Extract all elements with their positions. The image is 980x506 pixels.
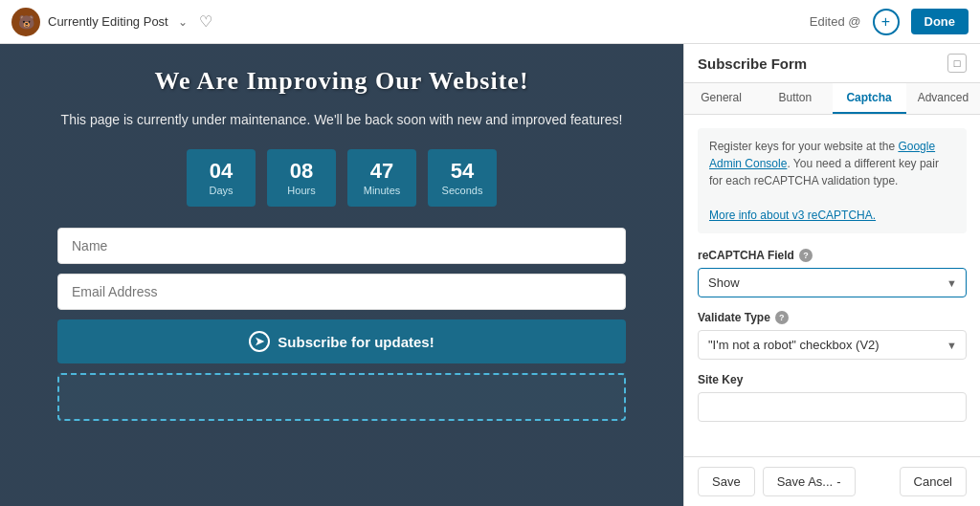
countdown-seconds: 54 Seconds (428, 149, 497, 207)
main-area: We Are Improving Our Website! This page … (0, 44, 980, 506)
countdown-minutes: 47 Minutes (347, 149, 416, 207)
panel-header: Subscribe Form □ (684, 44, 980, 83)
info-text-1: Register keys for your website at the (709, 140, 898, 153)
email-input[interactable] (57, 274, 626, 310)
edited-status: Edited @ (810, 14, 861, 29)
validate-type-select-wrapper: "I'm not a robot" checkbox (V2)Invisible… (698, 330, 967, 360)
days-label: Days (209, 185, 233, 196)
info-box: Register keys for your website at the Go… (698, 128, 967, 233)
page-subtitle: This page is currently under maintenance… (61, 109, 623, 130)
seconds-value: 54 (451, 161, 474, 182)
cancel-button[interactable]: Cancel (900, 467, 967, 496)
canvas-content: We Are Improving Our Website! This page … (0, 44, 683, 506)
tab-captcha[interactable]: Captcha (833, 83, 906, 114)
canvas-area: We Are Improving Our Website! This page … (0, 44, 683, 506)
countdown-days: 04 Days (187, 149, 256, 207)
minutes-value: 47 (370, 161, 393, 182)
logo-emoji: 🐻 (18, 14, 34, 30)
add-button[interactable]: + (873, 9, 900, 35)
right-panel: Subscribe Form □ General Button Captcha … (683, 44, 980, 506)
name-input[interactable] (57, 228, 626, 264)
seconds-label: Seconds (442, 185, 483, 196)
arrow-circle-icon: ➤ (249, 331, 270, 352)
validate-type-select[interactable]: "I'm not a robot" checkbox (V2)Invisible… (698, 330, 967, 360)
recaptcha-select-wrapper: ShowHide ▼ (698, 268, 967, 297)
site-key-label: Site Key (698, 373, 967, 386)
chevron-down-icon[interactable]: ⌄ (178, 15, 188, 29)
recaptcha-select[interactable]: ShowHide (698, 268, 967, 297)
bell-icon[interactable]: ♡ (199, 12, 212, 31)
panel-body: Register keys for your website at the Go… (684, 115, 980, 456)
footer-drop-zone (57, 373, 626, 421)
tab-general[interactable]: General (684, 83, 758, 114)
recaptcha-help-icon[interactable]: ? (799, 249, 813, 262)
topbar: 🐻 Currently Editing Post ⌄ ♡ Edited @ + … (0, 0, 980, 44)
subscribe-button[interactable]: ➤ Subscribe for updates! (57, 319, 626, 363)
save-as-button[interactable]: Save As... - (763, 467, 856, 496)
page-headline: We Are Improving Our Website! (154, 67, 528, 96)
validate-help-icon[interactable]: ? (775, 311, 789, 324)
recaptcha-v3-link[interactable]: More info about v3 reCAPTCHA. (709, 209, 876, 222)
tab-button[interactable]: Button (758, 83, 832, 114)
days-value: 04 (210, 161, 233, 182)
save-button[interactable]: Save (698, 467, 755, 496)
save-as-dash: - (836, 474, 840, 489)
panel-title: Subscribe Form (698, 55, 807, 72)
recaptcha-field-label: reCAPTCHA Field ? (698, 249, 967, 262)
subscribe-label: Subscribe for updates! (278, 334, 434, 350)
hours-value: 08 (290, 161, 313, 182)
countdown-timer: 04 Days 08 Hours 47 Minutes 54 Seconds (187, 149, 497, 207)
save-as-label: Save As... (777, 474, 834, 489)
panel-collapse-button[interactable]: □ (947, 54, 967, 73)
validate-type-label: Validate Type ? (698, 311, 967, 324)
done-button[interactable]: Done (911, 9, 969, 34)
topbar-right: Edited @ + Done (810, 9, 969, 35)
hours-label: Hours (287, 185, 315, 196)
site-logo: 🐻 (11, 8, 40, 36)
minutes-label: Minutes (364, 185, 401, 196)
panel-footer: Save Save As... - Cancel (684, 456, 980, 506)
editing-post-title: Currently Editing Post (48, 14, 168, 29)
countdown-hours: 08 Hours (267, 149, 336, 207)
panel-tabs: General Button Captcha Advanced (684, 83, 980, 115)
site-key-input[interactable] (698, 392, 967, 422)
tab-advanced[interactable]: Advanced (906, 83, 980, 114)
